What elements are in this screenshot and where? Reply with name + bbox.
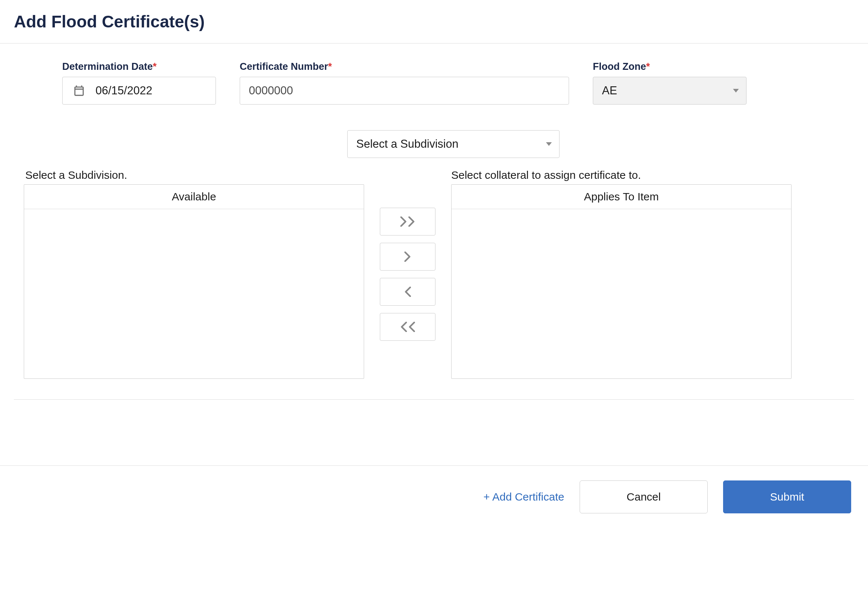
flood-zone-select[interactable]: AE: [593, 77, 747, 105]
determination-date-label: Determination Date*: [62, 61, 216, 72]
footer-bar: + Add Certificate Cancel Submit: [0, 465, 868, 528]
subdivision-row: Select a Subdivision: [62, 130, 844, 158]
transfer-labels: Select a Subdivision. Select collateral …: [24, 169, 844, 181]
applies-to-list-panel[interactable]: Applies To Item: [451, 184, 791, 379]
available-instruction: Select a Subdivision.: [24, 169, 364, 181]
available-list-panel[interactable]: Available: [24, 184, 364, 379]
applies-instruction: Select collateral to assign certificate …: [451, 169, 641, 181]
calendar-icon: [62, 84, 96, 97]
applies-header: Applies To Item: [452, 184, 791, 209]
certificate-number-label: Certificate Number*: [240, 61, 569, 72]
label-text: Certificate Number: [240, 61, 328, 72]
chevron-left-icon: [404, 287, 411, 297]
chevron-left-icon: [400, 322, 407, 332]
certificate-form: Determination Date* 06/15/2022 Certifica…: [0, 44, 868, 158]
move-right-button[interactable]: [380, 243, 435, 271]
required-marker: *: [328, 61, 332, 72]
determination-date-group: Determination Date* 06/15/2022: [62, 61, 216, 105]
subdivision-select[interactable]: Select a Subdivision: [347, 130, 559, 158]
flood-zone-value: AE: [602, 84, 617, 97]
flood-zone-label: Flood Zone*: [593, 61, 747, 72]
section-divider: [14, 399, 854, 400]
available-header: Available: [24, 184, 364, 209]
determination-date-input[interactable]: 06/15/2022: [62, 77, 216, 105]
chevron-down-icon: [733, 89, 739, 93]
spacer: [364, 169, 451, 181]
chevron-right-icon: [400, 217, 407, 227]
transfer-section: Select a Subdivision. Select collateral …: [0, 158, 868, 379]
required-marker: *: [646, 61, 650, 72]
move-left-button[interactable]: [380, 278, 435, 306]
submit-button[interactable]: Submit: [723, 481, 851, 513]
label-text: Flood Zone: [593, 61, 646, 72]
certificate-number-input[interactable]: [240, 77, 569, 105]
certificate-number-group: Certificate Number*: [240, 61, 569, 105]
chevron-left-icon: [408, 322, 415, 332]
transfer-body: Available Applies To Item: [24, 184, 844, 379]
add-certificate-link[interactable]: + Add Certificate: [484, 491, 564, 503]
move-all-right-button[interactable]: [380, 208, 435, 236]
chevron-right-icon: [408, 217, 415, 227]
subdivision-placeholder: Select a Subdivision: [356, 137, 458, 150]
field-row-1: Determination Date* 06/15/2022 Certifica…: [62, 61, 844, 105]
transfer-buttons: [364, 184, 451, 341]
chevron-down-icon: [546, 142, 552, 146]
label-text: Determination Date: [62, 61, 153, 72]
flood-zone-group: Flood Zone* AE: [593, 61, 747, 105]
cancel-button[interactable]: Cancel: [580, 481, 708, 513]
page-title: Add Flood Certificate(s): [14, 12, 868, 31]
chevron-right-icon: [404, 252, 411, 262]
move-all-left-button[interactable]: [380, 313, 435, 341]
determination-date-value: 06/15/2022: [96, 84, 152, 97]
required-marker: *: [153, 61, 157, 72]
